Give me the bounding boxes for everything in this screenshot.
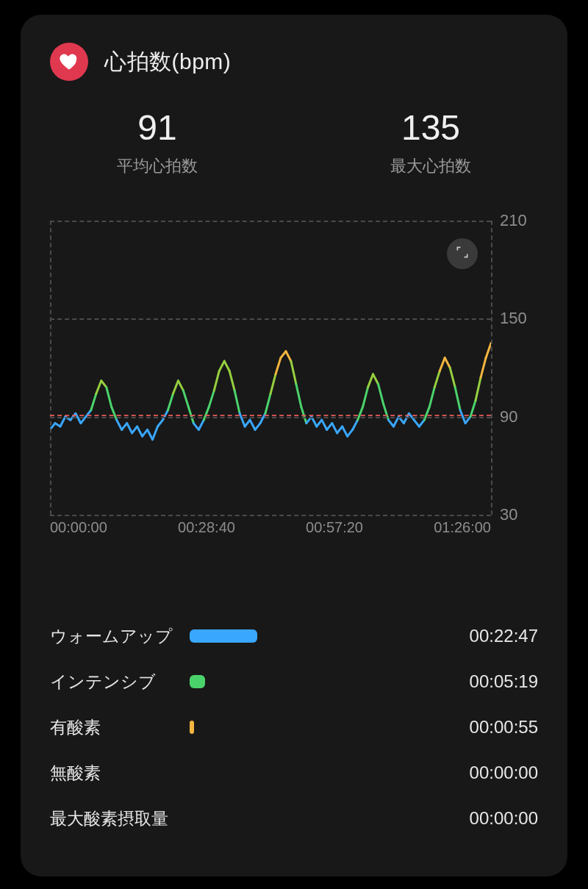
hr-zone-bar: [190, 675, 205, 688]
hr-zone-label: インテンシブ: [50, 671, 190, 693]
hr-zone-time: 00:00:00: [444, 808, 538, 829]
chart-gridline: [50, 221, 491, 222]
chart-y-tick: 30: [500, 505, 517, 524]
hr-zone-list: ウォームアップ00:22:47インテンシブ00:05:19有酸素00:00:55…: [50, 613, 538, 841]
hr-zone-row: ウォームアップ00:22:47: [50, 613, 538, 659]
chart-x-tick: 00:00:00: [50, 519, 107, 536]
hr-zone-row: 無酸素00:00:00: [50, 750, 538, 796]
hr-zone-time: 00:22:47: [444, 626, 538, 646]
chart-gridline: [50, 417, 491, 418]
hr-line-series: [50, 221, 491, 515]
stats-row: 91 平均心拍数 135 最大心拍数: [21, 109, 567, 177]
avg-hr-guideline: [50, 415, 491, 416]
chart-x-tick: 00:57:20: [306, 519, 363, 536]
heart-icon: [50, 43, 88, 81]
avg-hr-value: 91: [21, 109, 294, 148]
hr-zone-time: 00:05:19: [444, 671, 538, 692]
chart-gridline: [50, 221, 51, 515]
hr-zone-row: インテンシブ00:05:19: [50, 659, 538, 704]
avg-hr-stat: 91 平均心拍数: [21, 109, 294, 177]
hr-zone-row: 最大酸素摂取量00:00:00: [50, 796, 538, 841]
hr-zone-time: 00:00:00: [444, 763, 538, 783]
hr-zone-label: ウォームアップ: [50, 625, 190, 648]
max-hr-value: 135: [294, 109, 567, 148]
hr-zone-time: 00:00:55: [444, 717, 538, 738]
hr-zone-bar: [190, 629, 257, 643]
hr-zone-bar-track: [190, 812, 444, 825]
card-title: 心拍数(bpm): [104, 47, 231, 77]
max-hr-label: 最大心拍数: [294, 155, 567, 177]
chart-x-tick: 00:28:40: [178, 519, 235, 536]
hr-zone-bar: [190, 721, 194, 734]
chart-y-tick: 150: [500, 309, 527, 328]
avg-hr-label: 平均心拍数: [21, 155, 294, 177]
chart-x-ticks: 00:00:0000:28:4000:57:2001:26:00: [50, 519, 491, 536]
expand-chart-button[interactable]: [447, 238, 478, 269]
heart-rate-card: 心拍数(bpm) 91 平均心拍数 135 最大心拍数 309: [21, 15, 567, 876]
hr-zone-bar-track: [190, 675, 444, 688]
chart-gridline: [50, 515, 491, 516]
hr-chart: 3090150210 00:00:0000:28:4000:57:2001:26…: [50, 221, 538, 537]
hr-zone-label: 無酸素: [50, 762, 190, 785]
hr-zone-bar-track: [190, 721, 444, 734]
chart-gridline: [491, 221, 492, 515]
chart-x-tick: 01:26:00: [434, 519, 491, 536]
hr-zone-label: 最大酸素摂取量: [50, 807, 190, 830]
max-hr-stat: 135 最大心拍数: [294, 109, 567, 177]
card-header: 心拍数(bpm): [50, 43, 231, 81]
expand-icon: [455, 245, 470, 263]
chart-plot-area: [50, 221, 491, 515]
hr-zone-bar-track: [190, 629, 444, 643]
hr-zone-row: 有酸素00:00:55: [50, 704, 538, 750]
chart-gridline: [50, 318, 491, 320]
hr-zone-bar-track: [190, 766, 444, 779]
hr-zone-label: 有酸素: [50, 716, 190, 739]
chart-y-tick: 90: [500, 407, 517, 426]
chart-y-tick: 210: [500, 211, 527, 230]
